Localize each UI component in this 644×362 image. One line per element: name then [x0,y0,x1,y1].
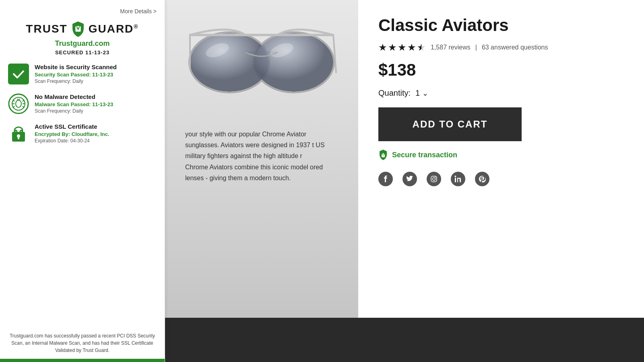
svg-point-37 [433,178,436,181]
quantity-label: Quantity: [378,88,411,98]
trust-shield-icon [71,21,85,37]
trust-item-ssl: Active SSL Certificate Encrypted By: Clo… [8,123,157,144]
star-3: ★ [398,42,407,53]
trust-item-malware-frequency: Scan Frequency: Daily [35,108,113,114]
star-1: ★ [378,42,387,53]
secure-lock-icon [378,149,388,160]
trust-guard-sidebar: More Details > TRUST GUARD® Trustguard.c… [0,0,165,362]
star-2: ★ [388,42,397,53]
linkedin-icon[interactable] [451,172,465,186]
svg-rect-21 [18,137,19,139]
trust-item-ssl-status: Encrypted By: Cloudflare, Inc. [35,131,109,137]
green-bottom-bar [0,359,165,362]
security-scan-icon [8,64,29,84]
trust-item-security-status: Security Scan Passed: 11-13-23 [35,72,117,78]
trust-logo-right: GUARD® [89,23,139,35]
secure-transaction-link[interactable]: Secure transaction [392,151,457,159]
trust-item-security-info: Website is Security Scanned Security Sca… [35,64,117,84]
trust-item-security-frequency: Scan Frequency: Daily [35,78,117,84]
trust-url[interactable]: Trustguard.com [8,39,157,48]
trust-item-security-title: Website is Security Scanned [35,64,117,70]
star-half: ★ [417,42,426,53]
facebook-icon[interactable] [378,172,393,186]
trust-item-ssl-info: Active SSL Certificate Encrypted By: Clo… [35,123,109,144]
pinterest-icon[interactable] [475,172,489,186]
product-price: $138 [378,60,624,80]
svg-rect-3 [78,29,78,30]
product-details-section: Classic Aviators ★ ★ ★ ★ ★ 1,587 reviews… [358,0,644,362]
product-description: your style with our popular Chrome Aviat… [185,113,338,191]
product-main: your style with our popular Chrome Aviat… [165,0,644,362]
trust-item-ssl-frequency: Expiration Date: 04-30-24 [35,138,109,144]
trust-item-malware-info: No Malware Detected Malware Scan Passed:… [35,93,113,114]
quantity-chevron-icon: ⌄ [422,89,428,98]
rating-divider: | [475,44,477,51]
answered-questions[interactable]: 63 answered questions [482,44,548,51]
svg-point-7 [16,100,21,107]
secure-transaction: Secure transaction [378,149,624,160]
svg-point-28 [254,33,333,92]
trust-secured-date: SECURED 11-13-23 [8,49,157,56]
product-image-section: your style with our popular Chrome Aviat… [165,0,358,362]
trust-item-security: Website is Security Scanned Security Sca… [8,64,157,84]
rating-row: ★ ★ ★ ★ ★ 1,587 reviews | 63 answered qu… [378,42,624,53]
add-to-cart-button[interactable]: ADD TO CART [378,107,522,141]
svg-line-12 [13,106,14,108]
instagram-icon[interactable] [427,172,441,186]
dark-footer-bar [165,318,644,362]
ssl-icon [8,123,29,144]
quantity-selector[interactable]: 1 ⌄ [415,88,428,98]
product-image [185,16,338,105]
page-wrapper: More Details > TRUST GUARD® Trustguard.c… [0,0,644,362]
more-details-link[interactable]: More Details > [8,8,157,14]
svg-line-13 [23,106,24,108]
product-title: Classic Aviators [378,16,624,35]
trust-logo-left: TRUST [26,23,67,35]
star-rating: ★ ★ ★ ★ ★ [378,42,426,53]
twitter-icon[interactable] [402,172,417,186]
trust-footer-text: Trustguard.com has successfully passed a… [8,328,157,354]
quantity-row: Quantity: 1 ⌄ [378,88,624,98]
trust-item-ssl-title: Active SSL Certificate [35,123,109,130]
trust-item-malware: No Malware Detected Malware Scan Passed:… [8,93,157,114]
quantity-value: 1 [415,88,420,98]
svg-rect-4 [8,64,29,84]
svg-rect-31 [189,34,334,36]
svg-point-38 [436,177,436,178]
social-icons-row [378,172,624,186]
trust-item-malware-title: No Malware Detected [35,93,113,100]
malware-icon [8,93,29,114]
svg-line-8 [13,100,14,101]
trust-item-malware-status: Malware Scan Passed: 11-13-23 [35,101,113,107]
reviews-count[interactable]: 1,587 reviews [431,44,471,51]
star-4: ★ [407,42,416,53]
svg-rect-39 [455,178,456,182]
product-area: your style with our popular Chrome Aviat… [165,0,644,362]
svg-point-40 [455,176,456,177]
svg-line-9 [23,100,24,101]
svg-rect-35 [382,153,384,155]
trust-guard-logo: TRUST GUARD® [8,21,157,37]
